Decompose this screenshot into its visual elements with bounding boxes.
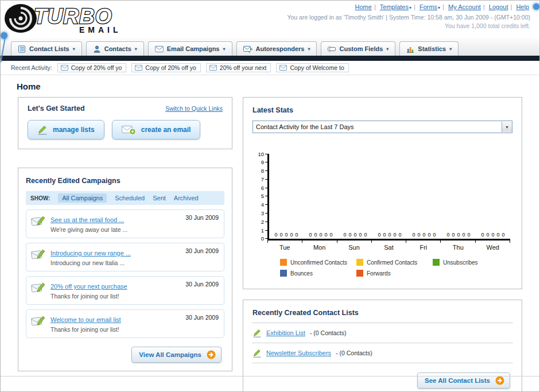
recent-activity-text: Copy of 20% off yo <box>71 64 122 71</box>
logo-graphic: TURBO EMAIL <box>4 2 142 34</box>
y-axis-tick: 2 <box>255 219 267 224</box>
tab-statistics[interactable]: Statistics ▾ <box>399 41 459 56</box>
bar-value-label: 0 <box>428 232 431 238</box>
x-axis-tick <box>476 240 510 243</box>
bar-value-label: 0 <box>388 232 391 238</box>
x-axis-tick <box>267 240 302 243</box>
pencil-icon <box>252 328 262 337</box>
y-axis-tick: 9 <box>255 160 267 165</box>
app-logo: TURBO EMAIL <box>4 2 142 37</box>
top-nav-help[interactable]: Help <box>516 3 529 10</box>
contact-list-link[interactable]: Newsletter Subscribers <box>266 350 331 356</box>
campaign-date: 30 Jun 2009 <box>185 247 219 254</box>
bar-value-label: 0 <box>279 232 282 238</box>
view-all-campaigns-button[interactable]: View All Campaigns <box>131 347 222 363</box>
switch-quick-links-link[interactable]: Switch to Quick Links <box>165 105 223 112</box>
campaign-link[interactable]: Introducing our new range ... <box>50 250 131 257</box>
campaign-row: See us at the retail food ... We're givi… <box>26 209 224 238</box>
bar-value-label: 0 <box>412 232 415 238</box>
tab-label: Contacts <box>104 45 131 52</box>
tab-contact-lists[interactable]: Contact Lists ▾ <box>11 41 82 56</box>
top-nav-templates[interactable]: Templates▾ <box>380 3 411 10</box>
filter-scheduled[interactable]: Scheduled <box>115 195 145 201</box>
bar-value-label: 0 <box>319 232 322 238</box>
chart-bar-group: 00000 <box>476 232 510 239</box>
main-nav: Contact Lists ▾ Contacts ▾ Email Campaig… <box>1 38 539 56</box>
contact-list-link[interactable]: Exhibition List <box>266 329 305 336</box>
tab-label: Email Campaigns <box>167 45 220 52</box>
y-axis-tick: 8 <box>255 168 267 174</box>
recent-activity-item[interactable]: Copy of Welcome to <box>276 63 348 72</box>
bar-value-label: 0 <box>422 232 425 238</box>
chart-plot: 00000000000000000000000000000000000 <box>267 154 510 240</box>
recent-activity-item[interactable]: Copy of 20% off yo <box>131 63 201 72</box>
legend-item: Confirmed Contacts <box>356 259 433 266</box>
contact-lists-icon <box>18 45 26 53</box>
session-info: You are logged in as 'Timothy Smith' | S… <box>287 14 530 21</box>
get-started-panel: Let's Get Started Switch to Quick Links … <box>18 97 232 149</box>
chart-bar-group: 00000 <box>304 232 338 239</box>
campaign-link[interactable]: See us at the retail food ... <box>50 216 124 223</box>
recent-activity-text: Copy of 20% off yo <box>145 64 196 71</box>
bar-value-label: 0 <box>290 232 293 238</box>
chevron-down-icon: ▾ <box>308 46 310 52</box>
campaign-date: 30 Jun 2009 <box>185 314 219 321</box>
top-nav-my-account[interactable]: My Account <box>448 3 481 10</box>
chart-y-axis: 109876543210 <box>255 151 267 242</box>
y-axis-tick: 0 <box>255 236 267 242</box>
bar-value-label: 0 <box>497 232 500 238</box>
header-right: Home| Templates▾| Forms▾| My Account| Lo… <box>287 3 530 29</box>
bar-value-label: 0 <box>348 232 351 238</box>
create-email-button[interactable]: create an email <box>112 120 201 139</box>
y-axis-tick: 7 <box>255 176 267 182</box>
envelope-pencil-icon <box>31 315 45 327</box>
custom-fields-icon <box>328 45 336 53</box>
x-axis-label: Sat <box>371 244 406 251</box>
chevron-down-icon: ▾ <box>73 46 75 52</box>
bar-value-label: 0 <box>296 232 298 238</box>
top-nav-logout[interactable]: Logout <box>489 3 508 10</box>
recent-activity-text: Copy of Welcome to <box>290 64 344 71</box>
recent-activity-label: Recent Activity: <box>11 64 52 71</box>
campaign-date: 30 Jun 2009 <box>185 281 219 288</box>
manage-lists-button[interactable]: manage lists <box>28 120 104 139</box>
email-campaigns-icon <box>155 46 164 52</box>
campaign-link[interactable]: Welcome to our email list <box>50 316 121 323</box>
campaign-row: Welcome to our email list Thanks for joi… <box>26 309 224 338</box>
right-column: Latest Stats Contact Activity for the La… <box>243 97 522 392</box>
see-all-contact-lists-button[interactable]: See All Contact Lists <box>417 372 510 389</box>
x-axis-label: Mon <box>302 244 336 251</box>
autoresponders-icon <box>243 45 252 53</box>
legend-item: Bounces <box>280 270 356 277</box>
legend-label: Confirmed Contacts <box>367 259 417 266</box>
tab-email-campaigns[interactable]: Email Campaigns ▾ <box>148 41 232 56</box>
bar-value-label: 0 <box>383 232 386 238</box>
tab-custom-fields[interactable]: Custom Fields ▾ <box>321 41 395 56</box>
page-title: Home <box>17 81 539 91</box>
bar-value-label: 0 <box>314 232 317 238</box>
envelope-icon <box>135 65 142 71</box>
chevron-down-icon: ▾ <box>386 46 389 52</box>
credits-info: You have 1,000 total credits left. <box>287 22 530 29</box>
pencil-icon <box>252 348 262 358</box>
stats-activity-dropdown[interactable]: Contact Activity for the Last 7 Days ▼ <box>252 121 512 133</box>
bar-value-label: 0 <box>378 232 380 238</box>
filter-archived[interactable]: Archived <box>174 195 199 201</box>
tab-label: Autoresponders <box>256 45 305 52</box>
filter-all-campaigns[interactable]: All Campaigns <box>58 193 107 203</box>
top-nav-home[interactable]: Home <box>355 3 372 10</box>
legend-label: Unconfirmed Contacts <box>290 259 347 266</box>
bar-value-label: 0 <box>353 232 356 238</box>
nav-separator: | <box>483 3 485 10</box>
bar-value-label: 0 <box>481 232 484 238</box>
top-nav-forms[interactable]: Forms▾ <box>419 3 440 10</box>
logo-text-secondary: EMAIL <box>79 25 122 34</box>
campaign-link[interactable]: 20% off your next purchase <box>50 283 127 290</box>
nav-separator: | <box>374 3 376 10</box>
recent-activity-item[interactable]: Copy of 20% off yo <box>57 63 127 72</box>
recent-activity-item[interactable]: 20% off your next <box>206 63 271 72</box>
filter-sent[interactable]: Sent <box>153 195 166 201</box>
tab-contacts[interactable]: Contacts ▾ <box>86 41 144 56</box>
show-label: SHOW: <box>30 195 50 201</box>
tab-autoresponders[interactable]: Autoresponders ▾ <box>236 41 317 56</box>
